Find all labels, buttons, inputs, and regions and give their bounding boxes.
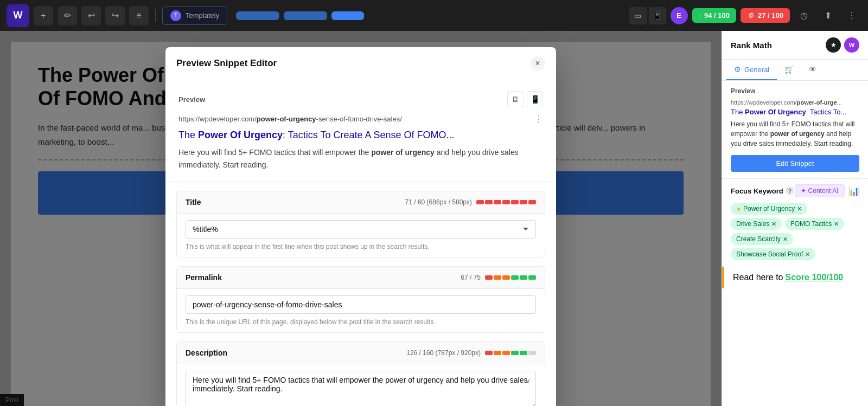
- pseg1: [485, 275, 493, 280]
- star-icon: ★: [736, 206, 741, 212]
- remove-keyword-btn-0[interactable]: ✕: [797, 205, 802, 212]
- pseg3: [502, 275, 510, 280]
- dseg2: [494, 351, 501, 355]
- tab-social[interactable]: 👁: [801, 60, 824, 80]
- modal-preview-title: The Power Of Urgency: Tactics To Create …: [178, 128, 543, 142]
- templately-button[interactable]: T Templately: [162, 7, 227, 25]
- tab-schema[interactable]: 🛒: [777, 60, 801, 80]
- menu-button[interactable]: ≡: [129, 6, 149, 25]
- score-100-text: Read here to: [733, 273, 783, 282]
- sidebar-star-btn[interactable]: ★: [826, 37, 841, 53]
- permalink-field-meta: 67 / 75: [461, 274, 536, 281]
- score-red-button[interactable]: 🎯 27 / 100: [741, 8, 790, 23]
- main-area: The Power Of U...Of FOMO And In the fast…: [0, 31, 868, 406]
- keyword-tag-power-urgency: ★ Power of Urgency ✕: [731, 203, 807, 215]
- seg4: [502, 200, 510, 204]
- modal-close-button[interactable]: ×: [530, 56, 545, 71]
- focus-keyword-text: Focus Keyword: [731, 187, 783, 195]
- toolbar: W + ✏ ↩ ↪ ≡ T Templately ▭ 📱 E ↑ 94 / 10…: [0, 0, 868, 31]
- pseg6: [528, 275, 536, 280]
- preview-snippet-modal: Preview Snippet Editor × Preview 🖥 📱: [165, 47, 556, 406]
- keyword-tag-showcase-social-proof: Showcase Social Proof ✕: [731, 248, 815, 260]
- score-red-value: 27 / 100: [758, 11, 783, 20]
- keyword-tag-create-scarcity: Create Scarcity ✕: [731, 233, 793, 245]
- tab-general[interactable]: ⚙ General: [726, 60, 777, 80]
- content-ai-button[interactable]: ✦ Content AI: [795, 184, 844, 197]
- url-dots[interactable]: ⋮: [534, 114, 543, 124]
- score-100-row: Read here to Score 100/100: [722, 267, 868, 288]
- title-select-row: %title%: [186, 220, 536, 239]
- remove-keyword-btn-4[interactable]: ✕: [805, 251, 810, 258]
- description-field-section: Description 126 / 160 (787px / 920px): [176, 341, 545, 406]
- permalink-field-header: Permalink 67 / 75: [177, 267, 545, 289]
- share-button[interactable]: ⬆: [818, 6, 838, 25]
- score-green-button[interactable]: ↑ 94 / 100: [692, 8, 737, 23]
- permalink-input[interactable]: [186, 295, 536, 314]
- focus-keyword-chart-icon[interactable]: 📊: [848, 186, 859, 196]
- dseg6: [528, 351, 536, 355]
- description-chevron-icon[interactable]: ∨: [525, 376, 531, 385]
- seg3: [494, 200, 501, 204]
- toolbar-blue-btn-3[interactable]: [331, 11, 364, 20]
- tab-general-label: General: [744, 66, 769, 74]
- permalink-field-label: Permalink: [186, 273, 222, 282]
- title-field-meta: 71 / 60 (686px / 580px): [405, 198, 536, 206]
- description-field-label: Description: [186, 349, 227, 357]
- templately-icon: T: [170, 10, 181, 21]
- modal-preview-desc: Here you will find 5+ FOMO tactics that …: [178, 146, 543, 171]
- focus-keyword-label: Focus Keyword ?: [731, 186, 794, 195]
- modal-title: Preview Snippet Editor: [176, 58, 277, 69]
- modal-url: https://wpdeveloper.com/power-of-urgency…: [178, 115, 402, 123]
- toolbar-blue-btn-1[interactable]: [236, 11, 279, 20]
- keyword-tag-fomo-tactics: FOMO Tactics ✕: [785, 218, 844, 230]
- focus-keyword-info-icon[interactable]: ?: [786, 186, 794, 195]
- clock-button[interactable]: ◷: [794, 6, 814, 25]
- score-100-link[interactable]: Score 100/100: [786, 273, 844, 282]
- description-textarea[interactable]: Here you will find 5+ FOMO tactics that …: [186, 371, 536, 406]
- title-field-count: 71 / 60 (686px / 580px): [405, 198, 472, 206]
- modal-preview-section: Preview 🖥 📱 https://wpdeveloper.com/powe…: [165, 80, 556, 182]
- templately-label: Templately: [186, 11, 219, 20]
- description-field-meta: 126 / 160 (787px / 920px): [406, 349, 536, 357]
- layout-icons: ▭ 📱: [629, 7, 666, 24]
- sidebar-woo-badge: W: [844, 37, 859, 53]
- title-field-body: %title% This is what will appear in the …: [177, 214, 545, 257]
- remove-keyword-btn-1[interactable]: ✕: [771, 221, 776, 228]
- redo-button[interactable]: ↪: [105, 6, 125, 25]
- mobile-layout-icon[interactable]: 📱: [649, 7, 666, 24]
- sidebar-title: Rank Math: [731, 41, 772, 50]
- desktop-preview-btn[interactable]: 🖥: [507, 91, 524, 107]
- more-button[interactable]: ⋮: [842, 6, 861, 25]
- sidebar-preview-label: Preview: [731, 87, 859, 95]
- toolbar-blue-btn-2[interactable]: [284, 11, 327, 20]
- gear-icon: ⚙: [734, 65, 741, 74]
- keyword-label: Create Scarcity: [736, 235, 781, 243]
- title-field-header: Title 71 / 60 (686px / 580px): [177, 191, 545, 214]
- title-progress-bar: [476, 200, 536, 204]
- dseg4: [511, 351, 519, 355]
- yellow-accent-bar: [722, 267, 724, 288]
- seg5: [511, 200, 519, 204]
- edit-snippet-button[interactable]: Edit Snippet: [731, 155, 859, 172]
- keyword-label: Power of Urgency: [743, 205, 795, 212]
- sidebar-header: Rank Math ★ W: [722, 31, 868, 60]
- title-select[interactable]: %title%: [186, 220, 536, 239]
- remove-keyword-btn-2[interactable]: ✕: [834, 221, 839, 228]
- pencil-button[interactable]: ✏: [58, 6, 77, 25]
- description-field-count: 126 / 160 (787px / 920px): [406, 349, 481, 357]
- sidebar-preview-url: https://wpdeveloper.com/power-of-urge...: [731, 99, 859, 106]
- modal-url-row: https://wpdeveloper.com/power-of-urgency…: [178, 114, 543, 124]
- score-green-icon: ↑: [699, 11, 703, 20]
- pseg5: [520, 275, 527, 280]
- permalink-field-hint: This is the unique URL of this page, dis…: [186, 318, 536, 326]
- undo-button[interactable]: ↩: [81, 6, 101, 25]
- remove-keyword-btn-3[interactable]: ✕: [783, 236, 788, 243]
- seg2: [485, 200, 493, 204]
- desktop-layout-icon[interactable]: ▭: [629, 7, 647, 24]
- pseg2: [494, 275, 501, 280]
- pseg4: [511, 275, 519, 280]
- add-button[interactable]: +: [34, 6, 53, 25]
- dseg5: [520, 351, 527, 355]
- sidebar-preview-title: The Power Of Urgency: Tactics To...: [731, 108, 859, 116]
- mobile-preview-btn[interactable]: 📱: [527, 91, 543, 107]
